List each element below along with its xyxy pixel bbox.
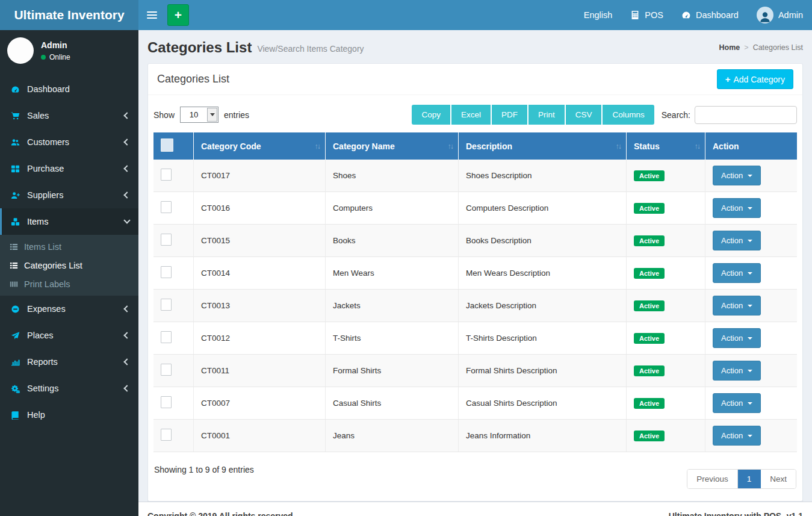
pdf-export-button[interactable]: PDF [492,105,528,125]
navbar-item-english[interactable]: English [575,0,622,30]
caret-down-icon [748,370,752,372]
cell-category-code: CT0007 [194,387,326,420]
row-checkbox[interactable] [161,331,172,343]
row-checkbox-cell [153,420,194,452]
cell-category-name: Jackets [326,290,459,322]
csv-export-button[interactable]: CSV [566,105,603,125]
caret-down-icon [748,175,752,177]
sidebar-item-expenses[interactable]: Expenses [0,296,138,322]
dashboard-icon [681,10,691,20]
row-action-button[interactable]: Action [713,166,761,185]
cell-action: Action [705,225,797,257]
row-action-button[interactable]: Action [713,263,761,283]
excel-export-button[interactable]: Excel [451,105,492,125]
cubes-icon [11,217,27,226]
table-row: CT0001 Jeans Jeans Information Active Ac… [153,420,797,452]
status-badge: Active [634,268,665,279]
sidebar-item-items[interactable]: Items [0,208,138,235]
search-input[interactable] [695,106,797,124]
show-label: Show [153,110,175,120]
sidebar-item-suppliers[interactable]: Suppliers [0,182,138,208]
row-checkbox[interactable] [161,234,172,246]
row-checkbox[interactable] [161,429,172,441]
copy-export-button[interactable]: Copy [412,105,451,125]
sidebar-item-reports[interactable]: Reports [0,349,138,375]
sidebar-item-label: Dashboard [27,84,129,94]
add-category-button[interactable]: + Add Category [717,69,793,89]
sidebar-subitem-items-list[interactable]: Items List [0,237,138,256]
sidebar-item-label: Places [27,331,125,340]
sidebar-item-settings[interactable]: Settings [0,375,138,402]
entries-select-value: 10 [181,110,207,119]
user-status[interactable]: Online [41,53,70,61]
barcode-icon [10,280,24,288]
cell-category-name: Jeans [326,420,459,452]
navbar-item-pos[interactable]: POS [621,0,672,30]
chevron-icon [123,191,130,198]
table-row: CT0017 Shoes Shoes Description Active Ac… [153,160,797,192]
sidebar-item-label: Help [27,410,129,420]
columns-export-button[interactable]: Columns [603,105,654,125]
table-row: CT0011 Formal Shirts Formal Shirts Descr… [153,355,797,387]
row-action-button[interactable]: Action [713,328,761,348]
caret-down-icon [748,435,752,437]
pagination-next-button[interactable]: Next [761,470,796,488]
row-checkbox[interactable] [161,299,172,311]
row-action-button[interactable]: Action [713,361,761,381]
row-action-button[interactable]: Action [713,296,761,316]
select-all-checkbox[interactable] [161,138,173,152]
row-checkbox[interactable] [161,396,172,408]
entries-select[interactable]: 10 [180,107,218,123]
cell-category-name: Books [326,225,459,257]
print-export-button[interactable]: Print [528,105,566,125]
sidebar-item-customers[interactable]: Customers [0,129,138,155]
sidebar: Admin Online Dashboard Sales Customers P… [0,30,138,516]
sidebar-item-help[interactable]: Help [0,402,138,428]
row-action-button[interactable]: Action [713,393,761,413]
cell-description: T-Shirts Description [459,322,627,355]
row-action-button[interactable]: Action [713,426,761,446]
navbar-item-dashboard[interactable]: Dashboard [672,0,748,30]
sidebar-item-dashboard[interactable]: Dashboard [0,76,138,102]
sidebar-subitem-print-labels[interactable]: Print Labels [0,275,138,293]
row-checkbox-cell [153,192,194,225]
navbar-item-admin[interactable]: Admin [748,0,812,30]
pagination-page-1-button[interactable]: 1 [738,470,761,488]
online-status-label: Online [49,53,70,61]
sidebar-item-sales[interactable]: Sales [0,102,138,129]
row-checkbox[interactable] [161,201,172,213]
chevron-icon [123,358,130,365]
cell-action: Action [705,387,797,420]
brand-logo[interactable]: Ultimate Inventory [0,0,138,30]
home-icon [707,43,715,52]
column-header-status[interactable]: Status↑↓ [627,132,705,160]
users-icon [11,138,27,147]
row-checkbox[interactable] [161,364,172,376]
sidebar-item-purchase[interactable]: Purchase [0,155,138,182]
row-action-button[interactable]: Action [713,198,761,218]
quick-add-button[interactable]: + [167,4,189,26]
sidebar-subitem-categories-list[interactable]: Categories List [0,256,138,275]
column-header-category-code[interactable]: Category Code↑↓ [194,132,326,160]
book-icon [11,411,27,420]
cell-description: Shoes Description [459,160,627,192]
pagination-previous-button[interactable]: Previous [687,470,738,488]
column-header-action: Action [705,132,797,160]
minus-circle-icon [11,305,27,314]
cell-status: Active [627,257,705,290]
panel-body: Show 10 entries Copy Excel PDF Print CSV… [148,95,802,501]
column-header-label: Description [466,141,512,151]
status-badge: Active [634,300,665,311]
row-checkbox[interactable] [161,169,172,181]
bar-chart-icon [11,358,27,367]
cell-status: Active [627,192,705,225]
sidebar-item-label: Settings [27,384,125,393]
sidebar-toggle-icon[interactable] [138,0,165,30]
row-checkbox[interactable] [161,266,172,278]
breadcrumb-home-link[interactable]: Home [719,43,740,52]
breadcrumb-separator: > [744,43,748,52]
row-action-button[interactable]: Action [713,231,761,250]
column-header-description[interactable]: Description↑↓ [459,132,627,160]
column-header-category-name[interactable]: Category Name↑↓ [326,132,459,160]
sidebar-item-places[interactable]: Places [0,322,138,349]
